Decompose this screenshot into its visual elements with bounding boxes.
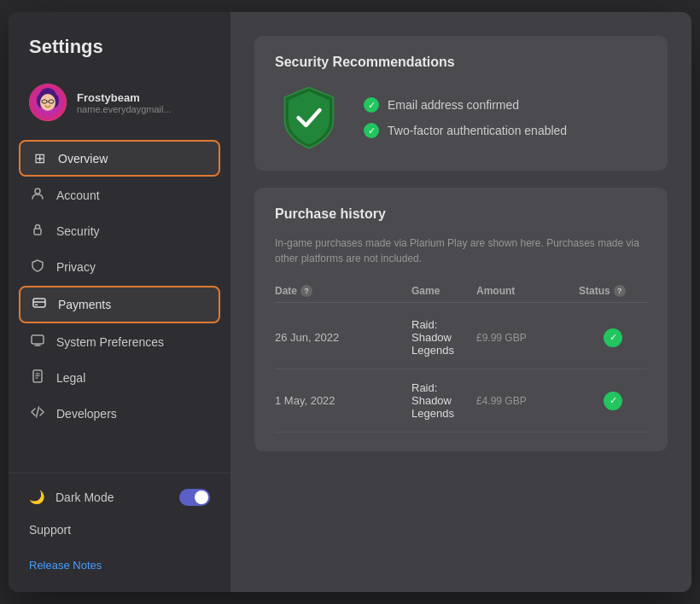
security-icon <box>29 223 46 240</box>
row1-status: ✓ <box>579 328 647 347</box>
security-item-2fa-text: Two-factor authentication enabled <box>388 124 567 137</box>
header-status: Status ? <box>579 285 647 297</box>
row1-game: Raid: Shadow Legends <box>411 318 476 357</box>
check-icon-2fa: ✓ <box>364 123 379 138</box>
svg-rect-10 <box>33 299 45 307</box>
sidebar-item-label-overview: Overview <box>58 152 108 166</box>
header-amount: Amount <box>476 285 579 297</box>
sidebar-item-label-payments: Payments <box>58 298 111 311</box>
row2-status: ✓ <box>579 392 647 410</box>
security-items: ✓ Email address confirmed ✓ Two-factor a… <box>364 97 567 138</box>
main-content: Security Recommendations ✓ Email address… <box>230 12 691 592</box>
sidebar-item-developers[interactable]: Developers <box>19 397 220 431</box>
row2-game: Raid: Shadow Legends <box>411 381 476 420</box>
table-row: 1 May, 2022 Raid: Shadow Legends £4.99 G… <box>275 369 647 433</box>
security-section: Security Recommendations ✓ Email address… <box>254 36 668 171</box>
settings-title: Settings <box>9 36 230 75</box>
legal-icon <box>29 369 46 386</box>
sidebar-item-label-account: Account <box>56 189 100 202</box>
security-item-email-text: Email address confirmed <box>388 98 519 112</box>
system-preferences-icon <box>29 334 46 351</box>
sidebar-item-payments[interactable]: Payments <box>19 286 220 323</box>
table-row: 26 Jun, 2022 Raid: Shadow Legends £9.99 … <box>275 306 647 369</box>
user-info: Frostybeam name.everydaygmail... <box>77 91 172 114</box>
sidebar: Settings <box>9 12 230 592</box>
sidebar-item-privacy[interactable]: Privacy <box>19 250 220 284</box>
sidebar-item-security[interactable]: Security <box>19 214 220 248</box>
svg-line-20 <box>37 407 39 417</box>
check-icon-email: ✓ <box>364 97 379 113</box>
sidebar-item-legal[interactable]: Legal <box>19 361 220 395</box>
status-help-icon[interactable]: ? <box>614 285 626 297</box>
sidebar-item-label-developers: Developers <box>56 407 117 421</box>
row1-date: 26 Jun, 2022 <box>275 331 411 344</box>
sidebar-item-overview[interactable]: ⊞ Overview <box>19 140 220 177</box>
svg-rect-9 <box>34 229 41 235</box>
app-window: Settings <box>9 12 691 592</box>
sidebar-item-label-security: Security <box>56 224 100 238</box>
sidebar-item-label-legal: Legal <box>56 371 85 385</box>
privacy-icon <box>29 258 46 276</box>
security-content: ✓ Email address confirmed ✓ Two-factor a… <box>275 84 647 152</box>
row2-date: 1 May, 2022 <box>275 394 411 407</box>
purchase-subtitle: In-game purchases made via Plarium Play … <box>275 235 647 266</box>
user-profile: Frostybeam name.everydaygmail... <box>9 75 230 136</box>
avatar <box>29 84 67 121</box>
release-notes-link[interactable]: Release Notes <box>9 552 230 578</box>
sidebar-bottom: 🌙 Dark Mode Support <box>9 473 230 552</box>
dark-mode-toggle[interactable] <box>179 489 210 506</box>
security-section-title: Security Recommendations <box>275 55 647 70</box>
developers-icon <box>29 405 46 422</box>
shield-container <box>275 84 343 152</box>
sidebar-item-support[interactable]: Support <box>19 514 220 545</box>
nav-list: ⊞ Overview Account <box>9 136 230 469</box>
user-name: Frostybeam <box>77 91 172 104</box>
sidebar-item-system-preferences[interactable]: System Preferences <box>19 325 220 359</box>
purchase-section: Purchase history In-game purchases made … <box>254 188 668 451</box>
date-help-icon[interactable]: ? <box>300 285 312 297</box>
header-date: Date ? <box>275 285 411 297</box>
svg-point-8 <box>35 189 40 194</box>
sidebar-item-label-privacy: Privacy <box>56 260 96 274</box>
table-header: Date ? Game Amount Status ? <box>275 280 647 303</box>
status-icon-success-2: ✓ <box>604 392 622 410</box>
status-icon-success: ✓ <box>604 328 622 347</box>
row1-amount: £9.99 GBP <box>476 332 579 344</box>
overview-icon: ⊞ <box>31 150 48 166</box>
dark-mode-label: Dark Mode <box>55 491 114 504</box>
svg-rect-12 <box>35 305 38 306</box>
dark-mode-icon: 🌙 <box>29 490 45 505</box>
account-icon <box>29 187 46 204</box>
security-item-email: ✓ Email address confirmed <box>364 97 567 113</box>
dark-mode-left: 🌙 Dark Mode <box>29 490 114 505</box>
user-email: name.everydaygmail... <box>77 104 172 114</box>
svg-rect-13 <box>32 335 44 344</box>
sidebar-item-label-system-prefs: System Preferences <box>56 335 164 349</box>
purchase-section-title: Purchase history <box>275 206 647 222</box>
security-item-2fa: ✓ Two-factor authentication enabled <box>364 123 567 138</box>
header-game: Game <box>411 285 476 297</box>
support-label: Support <box>29 523 71 537</box>
sidebar-item-account[interactable]: Account <box>19 178 220 212</box>
dark-mode-row: 🌙 Dark Mode <box>19 480 220 514</box>
row2-amount: £4.99 GBP <box>476 395 579 407</box>
payments-icon <box>31 296 48 313</box>
